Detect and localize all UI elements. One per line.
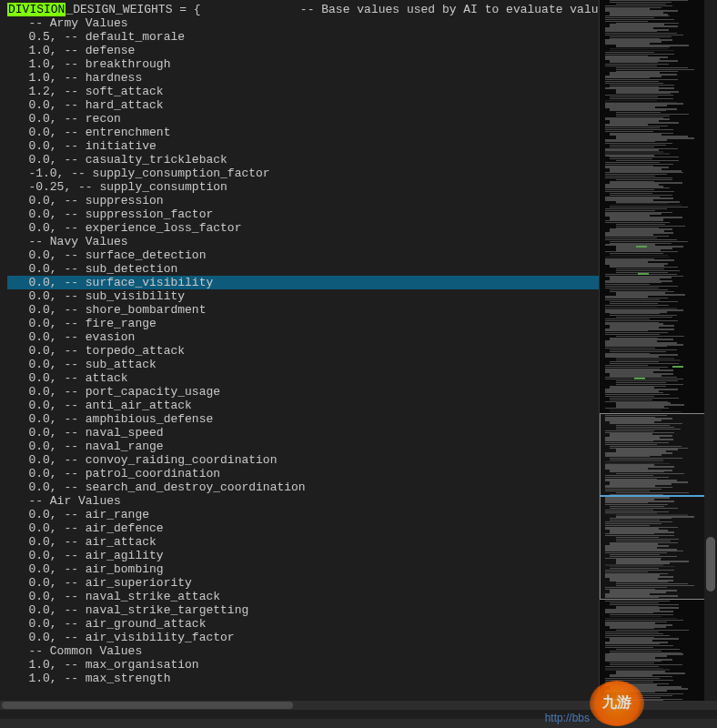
code-line[interactable]: 0.0, -- naval_strike_targetting [7, 603, 599, 617]
minimap-viewport[interactable] [600, 413, 717, 600]
code-line[interactable]: 0.0, -- recon [7, 112, 599, 126]
code-line[interactable]: 0.0, -- suppression_factor [7, 207, 599, 221]
code-line[interactable]: 1.0, -- defense [7, 44, 599, 57]
code-line[interactable]: -1.0, -- supply_consumption_factor [7, 167, 599, 180]
code-line[interactable]: 0.0, -- sub_attack [7, 358, 599, 371]
code-line[interactable]: 1.0, -- max_strength [7, 672, 599, 685]
code-line[interactable]: 0.0, -- sub_visibility [7, 289, 599, 303]
code-line[interactable]: 0.0, -- casualty_trickleback [7, 153, 599, 167]
code-line[interactable]: 0.5, -- default_morale [7, 30, 599, 44]
code-line-selected[interactable]: 0.0, -- surface_visibility [7, 276, 599, 289]
code-line[interactable]: 0.0, -- surface_detection [7, 248, 599, 262]
code-line[interactable]: -- Army Values [7, 16, 599, 30]
search-highlight: DIVISION [7, 3, 66, 16]
code-line[interactable]: 0.0, -- torpedo_attack [7, 344, 599, 358]
code-line[interactable]: 0.0, -- port_capacity_usage [7, 385, 599, 399]
code-line[interactable]: 1.0, -- breakthrough [7, 57, 599, 71]
code-line[interactable]: 0.0, -- sub_detection [7, 262, 599, 276]
code-line-first: DIVISION_DESIGN_WEIGHTS = { -- Base valu… [7, 3, 599, 16]
code-line[interactable]: 0.0, -- hard_attack [7, 98, 599, 112]
code-line[interactable]: 0.0, -- anti_air_attack [7, 399, 599, 412]
code-line[interactable]: 0.0, -- amphibious_defense [7, 412, 599, 426]
minimap-marker [672, 366, 683, 368]
code-line[interactable]: 0.0, -- air_ground_attack [7, 617, 599, 631]
code-line[interactable]: 0.0, -- air_range [7, 508, 599, 521]
code-line[interactable]: 0.0, -- search_and_destroy_coordination [7, 480, 599, 494]
minimap[interactable] [599, 0, 717, 708]
vertical-scrollbar-thumb[interactable] [706, 537, 715, 592]
code-line[interactable]: 0.0, -- air_defence [7, 521, 599, 535]
minimap-content [602, 0, 714, 708]
code-line[interactable]: 0.0, -- initiative [7, 139, 599, 153]
editor-container: DIVISION_DESIGN_WEIGHTS = { -- Base valu… [0, 0, 717, 708]
code-line[interactable]: 0.0, -- convoy_raiding_coordination [7, 453, 599, 467]
code-line[interactable]: 0.0, -- attack [7, 371, 599, 385]
logo-watermark: 九游 [590, 681, 644, 726]
code-line[interactable]: -- Common Values [7, 644, 599, 658]
code-line[interactable]: -- Air Values [7, 494, 599, 508]
code-editor[interactable]: DIVISION_DESIGN_WEIGHTS = { -- Base valu… [0, 0, 599, 708]
code-line[interactable]: 0.0, -- air_attack [7, 535, 599, 549]
watermark-url: http://bbs [545, 712, 590, 725]
code-line[interactable]: 0.0, -- air_agility [7, 549, 599, 562]
code-line[interactable]: 1.0, -- max_organisation [7, 658, 599, 672]
code-line[interactable]: 1.0, -- hardness [7, 71, 599, 85]
code-line[interactable]: 0.0, -- naval_strike_attack [7, 590, 599, 603]
code-line[interactable]: 0.0, -- suppression [7, 194, 599, 207]
code-line[interactable]: -- Navy Values [7, 235, 599, 248]
code-line[interactable]: 1.2, -- soft_attack [7, 85, 599, 98]
code-line[interactable]: 0.0, -- naval_speed [7, 426, 599, 440]
minimap-marker [634, 378, 645, 379]
code-line[interactable]: 0.0, -- air_visibility_factor [7, 631, 599, 644]
code-line[interactable]: 0.0, -- naval_range [7, 440, 599, 453]
code-line[interactable]: 0.0, -- evasion [7, 330, 599, 344]
code-line[interactable]: 0.0, -- air_bombing [7, 562, 599, 576]
vertical-scrollbar[interactable] [704, 0, 717, 710]
code-line[interactable]: 0.0, -- experience_loss_factor [7, 221, 599, 235]
minimap-marker [636, 246, 647, 248]
code-line[interactable]: 0.0, -- fire_range [7, 317, 599, 330]
horizontal-scrollbar-thumb[interactable] [2, 702, 293, 709]
code-line[interactable]: 0.0, -- patrol_coordination [7, 467, 599, 480]
code-line[interactable]: 0.0, -- shore_bombardment [7, 303, 599, 317]
minimap-marker [638, 273, 649, 275]
code-line[interactable]: 0.0, -- air_superiority [7, 576, 599, 590]
code-line[interactable]: 0.0, -- entrenchment [7, 126, 599, 139]
code-line[interactable]: -0.25, -- supply_consumption [7, 180, 599, 194]
